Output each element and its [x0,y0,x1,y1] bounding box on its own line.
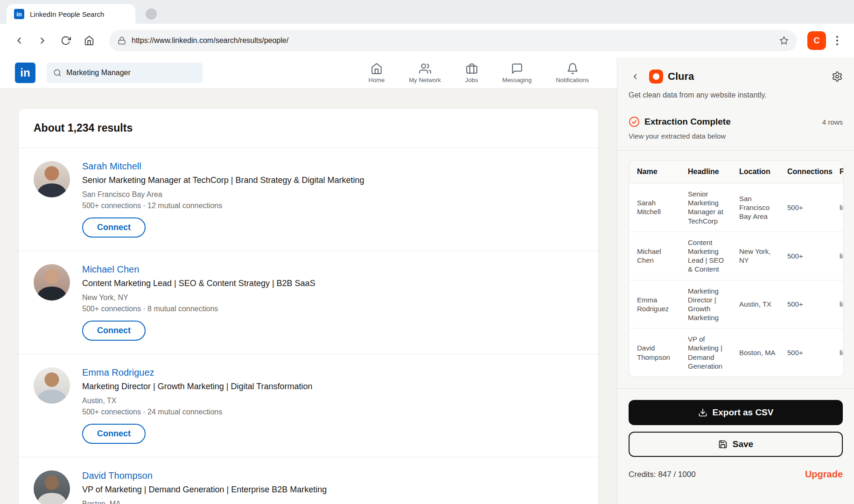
cell-profile: linkedin.com [832,183,844,232]
cell-profile: linkedin.com [832,329,844,377]
search-box[interactable] [47,63,203,83]
result-row: Sarah Mitchell Senior Marketing Manager … [19,147,598,251]
cell-headline: Marketing Director | Growth Marketing [680,280,731,329]
person-headline: Senior Marketing Manager at TechCorp | B… [82,175,364,185]
panel-back-button[interactable] [629,70,642,83]
person-headline: VP of Marketing | Demand Generation | En… [82,485,327,495]
results-card: About 1,234 results Sarah Mitchell Senio… [19,109,598,504]
back-button[interactable] [9,31,29,50]
person-headline: Marketing Director | Growth Marketing | … [82,382,313,392]
rows-count-badge: 4 rows [822,118,843,126]
export-csv-label: Export as CSV [713,407,774,418]
search-results-area: About 1,234 results Sarah Mitchell Senio… [0,89,617,504]
cell-name: Michael Chen [629,231,680,280]
connect-button[interactable]: Connect [82,217,146,238]
browser-menu-button[interactable] [830,32,845,49]
person-location: Boston, MA [82,500,327,504]
upgrade-link[interactable]: Upgrade [805,469,843,480]
people-icon [419,63,431,75]
results-count: About 1,234 results [19,109,598,147]
home-button[interactable] [79,31,99,50]
cell-profile: linkedin.com [832,231,844,280]
person-name-link[interactable]: Michael Chen [82,264,315,275]
address-bar[interactable]: https://www.linkedin.com/search/results/… [109,30,797,51]
save-floppy-icon [718,440,728,449]
connect-button[interactable]: Connect [82,321,146,341]
cell-connections: 500+ [779,231,832,280]
profile-photo[interactable] [34,470,70,504]
panel-divider [617,150,854,151]
bell-icon [567,63,579,75]
briefcase-icon [466,63,478,75]
browser-profile-avatar[interactable]: C [807,31,826,50]
nav-label: Messaging [502,77,532,84]
extracted-data-table: Name Headline Location Connections Profi… [629,160,844,377]
cell-location: New York, NY [731,231,779,280]
result-row: David Thompson VP of Marketing | Demand … [19,457,598,504]
check-circle-icon [629,116,640,127]
forward-button[interactable] [33,31,52,50]
person-connections: 500+ connections · 24 mutual connections [82,408,313,416]
col-header-location: Location [731,161,779,183]
export-csv-button[interactable]: Export as CSV [629,400,843,425]
nav-label: My Network [409,77,441,84]
cell-headline: Senior Marketing Manager at TechCorp [680,183,731,232]
search-icon [53,69,62,77]
nav-item-notifications[interactable]: Notifications [556,63,589,84]
cell-connections: 500+ [779,329,832,377]
new-tab-icon[interactable] [146,8,157,20]
profile-photo[interactable] [34,367,70,404]
connect-button[interactable]: Connect [82,424,146,444]
panel-tagline: Get clean data from any website instantl… [629,91,843,99]
nav-item-messaging[interactable]: Messaging [502,63,532,84]
nav-item-home[interactable]: Home [369,63,385,84]
profile-photo[interactable] [34,161,70,197]
panel-subtext: View your extracted data below [629,132,843,140]
browser-toolbar: https://www.linkedin.com/search/results/… [0,24,854,57]
cell-name: Sarah Mitchell [629,183,680,232]
nav-item-my-network[interactable]: My Network [409,63,441,84]
cell-profile: linkedin.com [832,280,844,329]
person-name-link[interactable]: David Thompson [82,470,327,481]
person-headline: Content Marketing Lead | SEO & Content S… [82,279,315,288]
credits-counter: Credits: 847 / 1000 [629,470,696,479]
chat-icon [511,63,523,75]
panel-app-name: Clura [668,70,694,83]
profile-photo[interactable] [34,264,70,301]
col-header-name: Name [629,161,680,183]
tab-title: LinkedIn People Search [30,10,104,18]
extraction-status: Extraction Complete [644,117,731,127]
person-name-link[interactable]: Emma Rodriguez [82,367,313,378]
reload-button[interactable] [56,31,76,50]
bookmark-star-icon[interactable] [779,36,789,45]
col-header-headline: Headline [680,161,731,183]
result-row: Emma Rodriguez Marketing Director | Grow… [19,354,598,457]
table-row: Sarah Mitchell Senior Marketing Manager … [629,183,844,232]
cell-headline: Content Marketing Lead | SEO & Content [680,231,731,280]
nav-item-jobs[interactable]: Jobs [465,63,478,84]
save-button[interactable]: Save [629,432,843,457]
col-header-connections: Connections [779,161,832,183]
table-row: Emma Rodriguez Marketing Director | Grow… [629,280,844,329]
person-location: Austin, TX [82,397,313,405]
col-header-profile: Profile [832,161,844,183]
clura-logo [649,70,663,84]
person-name-link[interactable]: Sarah Mitchell [82,161,364,172]
cell-name: Emma Rodriguez [629,280,680,329]
url-text: https://www.linkedin.com/search/results/… [132,36,774,45]
nav-label: Jobs [465,77,478,84]
table-row: Michael Chen Content Marketing Lead | SE… [629,231,844,280]
cell-location: Austin, TX [731,280,779,329]
linkedin-logo[interactable]: in [15,63,35,83]
search-input[interactable] [66,69,196,77]
settings-gear-button[interactable] [832,71,843,82]
browser-tab[interactable]: in LinkedIn People Search [7,4,135,24]
cell-headline: VP of Marketing | Demand Generation [680,329,731,377]
nav-label: Notifications [556,77,589,84]
result-row: Michael Chen Content Marketing Lead | SE… [19,251,598,354]
table-row: David Thompson VP of Marketing | Demand … [629,329,844,377]
cell-name: David Thompson [629,329,680,377]
person-connections: 500+ connections · 12 mutual connections [82,202,364,210]
nav-label: Home [369,77,385,84]
cell-location: San Francisco Bay Area [731,183,779,232]
